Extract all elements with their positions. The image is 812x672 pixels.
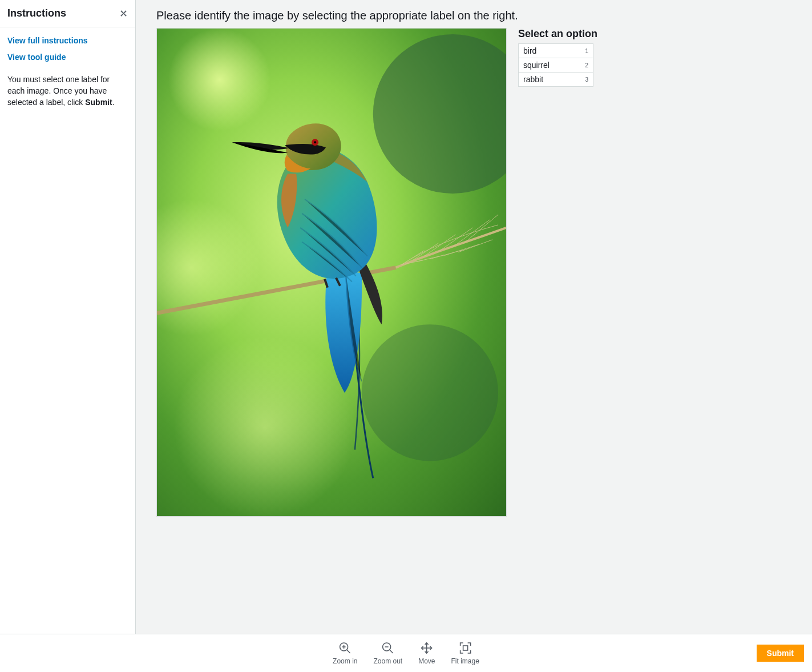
zoom-out-icon (381, 641, 395, 655)
options-list: bird 1 squirrel 2 rabbit 3 (518, 43, 593, 87)
option-label: bird (523, 46, 536, 55)
submit-button[interactable]: Submit (757, 645, 804, 662)
help-text: You must select one label for each image… (7, 74, 128, 108)
option-bird[interactable]: bird 1 (519, 44, 593, 58)
fit-image-button[interactable]: Fit image (451, 641, 479, 665)
option-label: squirrel (523, 61, 550, 70)
sidebar-title: Instructions (7, 7, 66, 19)
image-pane[interactable] (156, 28, 507, 628)
option-rabbit[interactable]: rabbit 3 (519, 73, 593, 86)
svg-line-16 (390, 650, 393, 653)
svg-point-8 (314, 141, 316, 143)
option-hotkey: 1 (585, 48, 588, 54)
svg-point-5 (362, 324, 498, 461)
instructions-sidebar: Instructions ✕ View full instructions Vi… (0, 0, 136, 634)
svg-rect-20 (463, 646, 467, 650)
link-full-instructions[interactable]: View full instructions (7, 35, 128, 46)
option-hotkey: 2 (585, 62, 588, 69)
option-label: rabbit (523, 75, 543, 84)
option-hotkey: 3 (585, 77, 588, 83)
zoom-out-button[interactable]: Zoom out (373, 641, 402, 665)
option-squirrel[interactable]: squirrel 2 (519, 58, 593, 73)
zoom-in-button[interactable]: Zoom in (333, 641, 357, 665)
move-icon (420, 641, 434, 655)
zoom-in-icon (338, 641, 352, 655)
svg-point-4 (174, 336, 356, 517)
move-button[interactable]: Move (418, 641, 435, 665)
main-area: Please identify the image by selecting t… (136, 0, 812, 634)
options-title: Select an option (518, 28, 597, 40)
svg-point-1 (168, 29, 270, 131)
svg-line-12 (347, 650, 350, 653)
footer-toolbar: Zoom in Zoom out Move (0, 634, 812, 672)
fit-image-icon (458, 641, 472, 655)
task-image (156, 28, 507, 517)
task-header: Please identify the image by selecting t… (136, 0, 812, 28)
close-icon[interactable]: ✕ (119, 9, 128, 19)
link-tool-guide[interactable]: View tool guide (7, 51, 128, 63)
